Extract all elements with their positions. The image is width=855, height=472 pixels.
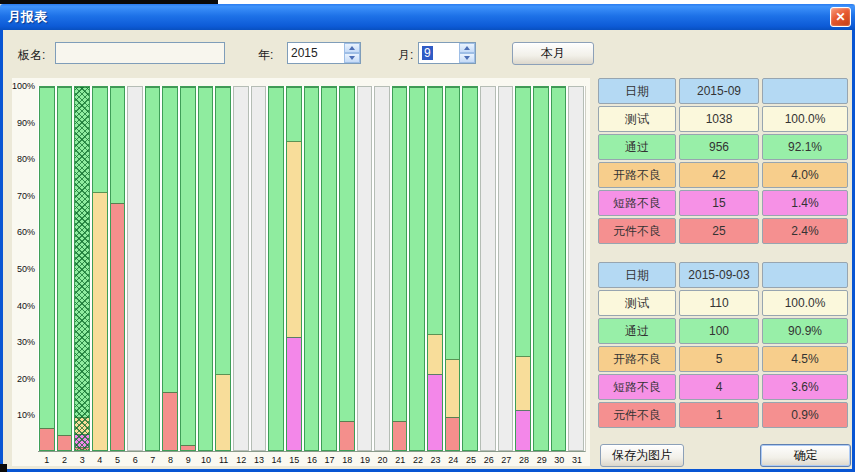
day-slot — [144, 86, 162, 451]
segment-pass — [534, 87, 548, 450]
segment-pass — [516, 87, 530, 356]
segment-component — [181, 445, 195, 450]
ok-button[interactable]: 确定 — [760, 444, 851, 467]
x-tick-label: 25 — [462, 455, 480, 467]
day-slot — [320, 86, 338, 451]
month-spin-down-button[interactable] — [459, 53, 475, 63]
bar-day-14[interactable] — [268, 86, 284, 451]
month-value[interactable]: 9 — [419, 43, 459, 63]
bar-day-13[interactable] — [251, 86, 267, 451]
bar-day-25[interactable] — [462, 86, 478, 451]
month-spin-up-button[interactable] — [459, 43, 475, 53]
day-slot — [56, 86, 74, 451]
table-row-pass: 通过95692.1% — [598, 134, 850, 160]
bar-day-16[interactable] — [304, 86, 320, 451]
month-selected-text: 9 — [422, 46, 433, 60]
bar-day-8[interactable] — [162, 86, 178, 451]
segment-pass — [340, 87, 354, 421]
segment-component — [340, 421, 354, 450]
bar-day-1[interactable] — [39, 86, 55, 451]
bar-day-2[interactable] — [57, 86, 73, 451]
x-tick-label: 6 — [126, 455, 144, 467]
bar-day-29[interactable] — [533, 86, 549, 451]
table-row-test: 测试1038100.0% — [598, 106, 850, 132]
x-tick-label: 22 — [409, 455, 427, 467]
segment-pass — [216, 87, 230, 374]
cell-pass-value: 956 — [679, 134, 759, 160]
cell-short-value: 4 — [679, 374, 759, 400]
year-value[interactable]: 2015 — [288, 43, 344, 63]
day-slot — [514, 86, 532, 451]
day-slot — [391, 86, 409, 451]
cell-short-value: 15 — [679, 190, 759, 216]
bar-day-30[interactable] — [551, 86, 567, 451]
bar-day-18[interactable] — [339, 86, 355, 451]
bar-day-31[interactable] — [568, 86, 584, 451]
year-spin-down-button[interactable] — [344, 53, 360, 63]
bar-day-4[interactable] — [92, 86, 108, 451]
x-tick-label: 14 — [268, 455, 286, 467]
save-image-button[interactable]: 保存为图片 — [600, 444, 684, 467]
cell-date-value: 2015-09 — [679, 78, 759, 104]
bar-day-21[interactable] — [392, 86, 408, 451]
x-tick-label: 15 — [285, 455, 303, 467]
bar-day-15[interactable] — [286, 86, 302, 451]
y-tick-label: 100% — [11, 81, 35, 91]
bar-day-6[interactable] — [127, 86, 143, 451]
year-spinner[interactable]: 2015 — [287, 42, 361, 64]
day-summary-table: 日期2015-09-03测试110100.0%通过10090.9%开路不良54.… — [598, 262, 850, 430]
y-tick-label: 40% — [11, 301, 35, 311]
bar-day-9[interactable] — [180, 86, 196, 451]
cell-component-percent: 2.4% — [762, 218, 848, 244]
day-slot — [232, 86, 250, 451]
x-tick-label: 10 — [197, 455, 215, 467]
cell-test-value: 110 — [679, 290, 759, 316]
segment-component — [163, 392, 177, 450]
segment-component — [40, 428, 54, 450]
bar-day-3[interactable] — [74, 86, 90, 451]
bar-day-26[interactable] — [480, 86, 496, 451]
segment-pass — [446, 87, 460, 359]
bar-day-5[interactable] — [110, 86, 126, 451]
bar-day-22[interactable] — [409, 86, 425, 451]
day-slot — [214, 86, 232, 451]
day-slot — [373, 86, 391, 451]
year-spin-up-button[interactable] — [344, 43, 360, 53]
y-tick-label: 90% — [11, 118, 35, 128]
segment-pass — [428, 87, 442, 334]
bar-day-23[interactable] — [427, 86, 443, 451]
bar-day-20[interactable] — [374, 86, 390, 451]
x-tick-label: 2 — [56, 455, 74, 467]
cell-pass-value: 100 — [679, 318, 759, 344]
cell-pass-label: 通过 — [598, 318, 676, 344]
segment-short — [428, 374, 442, 450]
x-tick-label: 17 — [321, 455, 339, 467]
x-axis-labels: 1234567891011121314151617181920212223242… — [38, 455, 586, 467]
bar-day-12[interactable] — [233, 86, 249, 451]
monthly-bar-chart: 100%90%80%70%60%50%40%30%20%10% 12345678… — [12, 78, 590, 466]
board-name-input[interactable] — [55, 42, 225, 64]
day-slot — [197, 86, 215, 451]
month-summary-table: 日期2015-09测试1038100.0%通过95692.1%开路不良424.0… — [598, 78, 850, 246]
window-title: 月报表 — [8, 8, 47, 26]
bar-day-10[interactable] — [198, 86, 214, 451]
x-tick-label: 13 — [250, 455, 268, 467]
segment-pass — [322, 87, 336, 450]
x-tick-label: 1 — [38, 455, 56, 467]
segment-pass — [146, 87, 160, 450]
day-slot — [250, 86, 268, 451]
month-spinner[interactable]: 9 — [418, 42, 476, 64]
bar-day-19[interactable] — [357, 86, 373, 451]
chevron-down-icon — [464, 56, 470, 60]
bar-day-7[interactable] — [145, 86, 161, 451]
bar-day-11[interactable] — [215, 86, 231, 451]
close-button[interactable]: ✕ — [830, 7, 851, 27]
bar-day-24[interactable] — [445, 86, 461, 451]
day-slot — [338, 86, 356, 451]
bar-day-28[interactable] — [515, 86, 531, 451]
this-month-button[interactable]: 本月 — [512, 42, 594, 65]
segment-pass — [269, 87, 283, 450]
bar-day-17[interactable] — [321, 86, 337, 451]
bar-day-27[interactable] — [498, 86, 514, 451]
cell-short-label: 短路不良 — [598, 374, 676, 400]
